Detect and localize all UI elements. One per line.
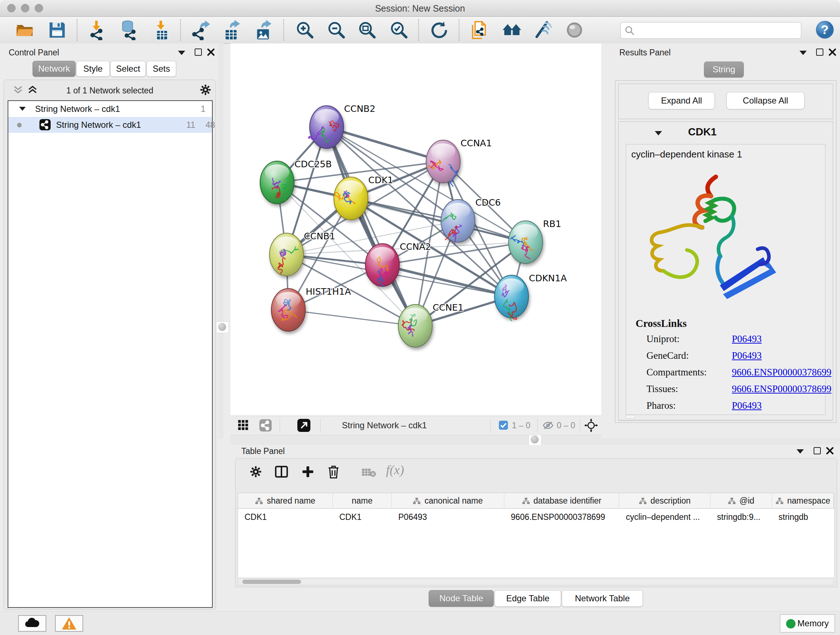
gene-section-caret-icon[interactable] (655, 131, 662, 135)
tab-edge-table[interactable]: Edge Table (494, 590, 561, 607)
import-table-icon[interactable] (152, 20, 172, 40)
network-row-selected[interactable]: String Network – cdk1 11 48 (8, 117, 212, 133)
table-panel-float-icon[interactable] (797, 449, 804, 454)
birds-eye-grid-icon[interactable] (238, 420, 249, 431)
network-share-icon[interactable] (259, 419, 272, 432)
network-node[interactable] (398, 304, 432, 347)
control-panel-float-icon[interactable] (178, 51, 185, 55)
memory-status-dot (786, 619, 796, 629)
table-panel-maximize-icon[interactable] (813, 447, 821, 454)
table-cell[interactable]: stringdb:9... (711, 509, 772, 524)
zoom-fit-icon[interactable] (357, 20, 377, 40)
fit-selected-crosshair-icon[interactable] (584, 418, 598, 432)
crosslink-value-link[interactable]: 9606.ENSP00000378699 (732, 383, 831, 394)
table-data-row[interactable]: CDK1CDK1P064939606.ENSP00000378699cyclin… (238, 509, 835, 578)
table-cell[interactable]: CDK1 (333, 509, 392, 524)
table-panel-close-icon[interactable] (826, 447, 834, 455)
memory-button[interactable]: Memory (780, 614, 835, 632)
collection-caret-icon[interactable] (19, 107, 26, 111)
tab-sets[interactable]: Sets (147, 61, 176, 77)
table-cell[interactable]: cyclin–dependent ... (619, 509, 711, 524)
network-node[interactable] (426, 140, 460, 187)
warning-button[interactable] (55, 615, 83, 632)
left-splitter[interactable] (218, 43, 224, 439)
export-table-icon[interactable] (221, 20, 242, 40)
expand-all-button[interactable]: Expand All (648, 92, 715, 109)
hidden-eye-icon[interactable] (542, 420, 554, 431)
results-panel-float-icon[interactable] (799, 51, 807, 55)
network-node[interactable] (270, 233, 303, 276)
houses-icon[interactable] (502, 20, 522, 40)
export-network-icon[interactable] (191, 20, 211, 40)
network-node[interactable] (260, 161, 294, 204)
crosslink-value-link[interactable]: P06493 (732, 400, 762, 411)
column-header-database-identifier[interactable]: database identifier (504, 493, 619, 509)
network-node[interactable] (271, 288, 305, 331)
refresh-icon[interactable] (429, 20, 449, 40)
function-builder-icon[interactable]: f(x) (386, 462, 404, 478)
control-panel-close-icon[interactable] (207, 48, 215, 56)
import-network-icon[interactable] (88, 20, 108, 40)
table-cell[interactable]: stringdb (772, 509, 834, 524)
tab-select[interactable]: Select (111, 61, 146, 77)
save-session-icon[interactable] (47, 20, 67, 40)
column-type-icon (775, 497, 783, 505)
network-collection-row[interactable]: String Network – cdk1 1 (8, 101, 212, 117)
documents-icon[interactable] (469, 20, 489, 40)
table-cell[interactable]: P06493 (392, 509, 504, 524)
column-header-name[interactable]: name (333, 493, 392, 509)
add-column-icon[interactable] (302, 465, 314, 478)
crosslink-value-link[interactable]: P06493 (732, 333, 762, 345)
open-session-icon[interactable] (14, 20, 35, 40)
table-cell[interactable]: CDK1 (238, 509, 333, 524)
table-hscrollbar[interactable] (238, 578, 834, 585)
table-cell[interactable]: 9606.ENSP00000378699 (504, 509, 619, 524)
column-header-namespace[interactable]: namespace (772, 493, 834, 509)
import-database-icon[interactable] (118, 20, 139, 40)
column-type-icon (728, 497, 736, 505)
network-node[interactable] (334, 177, 368, 220)
zoom-selected-icon[interactable] (389, 20, 409, 40)
cloud-button[interactable] (18, 615, 46, 632)
bottom-splitter-knob[interactable] (529, 434, 542, 446)
results-hscroll-thumb[interactable] (626, 415, 635, 418)
column-header-shared-name[interactable]: shared name (238, 493, 333, 509)
render-sphere-icon[interactable] (564, 20, 584, 40)
network-node[interactable] (365, 244, 399, 287)
tab-string[interactable]: String (704, 62, 744, 78)
results-panel-close-icon[interactable] (829, 48, 836, 56)
tab-node-table[interactable]: Node Table (429, 590, 494, 607)
crosslink-value-link[interactable]: 9606.ENSP00000378699 (732, 367, 831, 378)
hide-graphics-details-icon[interactable] (532, 20, 553, 40)
column-header-description[interactable]: description (619, 493, 711, 509)
collapse-all-button[interactable]: Collapse All (726, 92, 805, 109)
selected-checkbox-icon[interactable] (499, 421, 508, 430)
tab-style[interactable]: Style (76, 61, 110, 77)
tab-network-table[interactable]: Network Table (562, 590, 643, 607)
tab-network[interactable]: Network (33, 61, 76, 77)
node-label: CCNB2 (344, 103, 376, 114)
table-gear-icon[interactable] (249, 465, 262, 478)
results-panel-maximize-icon[interactable] (816, 49, 823, 56)
zoom-in-icon[interactable] (295, 20, 315, 40)
delete-table-icon[interactable] (362, 468, 376, 478)
network-options-gear-icon[interactable] (199, 84, 212, 96)
network-node[interactable] (494, 275, 529, 321)
control-panel-maximize-icon[interactable] (195, 49, 202, 56)
network-canvas[interactable]: CCNB2CCNA1CDC25BCDK1CDC6RB1CCNB1CCNA2CDK… (231, 43, 601, 416)
export-image-icon[interactable] (253, 20, 273, 40)
split-columns-icon[interactable] (275, 465, 288, 478)
zoom-out-icon[interactable] (326, 20, 347, 40)
search-input[interactable] (638, 23, 798, 37)
table-hscroll-thumb[interactable] (242, 580, 301, 584)
crosslink-value-link[interactable]: P06493 (732, 350, 762, 361)
column-header--id[interactable]: @id (711, 493, 772, 509)
help-icon[interactable]: ? (815, 19, 835, 40)
network-edge[interactable] (327, 127, 443, 162)
network-node[interactable] (508, 221, 543, 264)
left-splitter-knob[interactable] (216, 321, 229, 333)
network-edge[interactable] (288, 310, 415, 326)
delete-column-icon[interactable] (327, 465, 340, 479)
open-in-window-icon[interactable] (297, 419, 310, 432)
column-header-canonical-name[interactable]: canonical name (392, 493, 504, 509)
